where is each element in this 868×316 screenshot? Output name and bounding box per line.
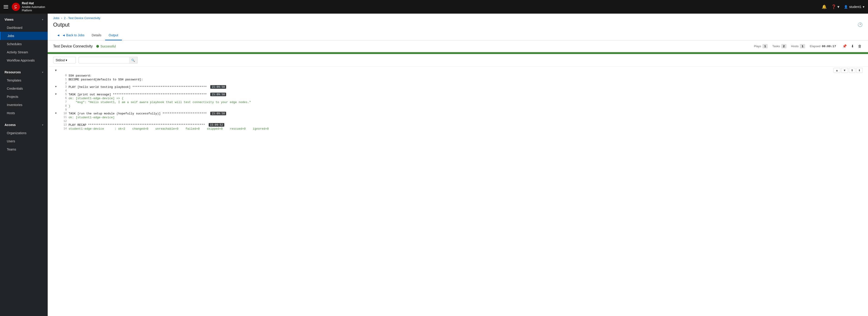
user-chevron-icon: ▾ [863,5,864,9]
sidebar-item-teams[interactable]: Teams [0,145,48,154]
log-output-table: 0SSH password:1BECOME password[defaults … [53,74,863,131]
sidebar-item-activity-stream[interactable]: Activity Stream [0,48,48,56]
log-line: ▼5TASK [print out message] *************… [53,93,863,96]
log-line: 7 "msg": "Hello student1, I am a self aw… [53,100,863,104]
hosts-value: 1 [800,44,805,49]
breadcrumb-current: 2 - Test Device Connectivity [64,17,100,20]
sidebar-item-organizations[interactable]: Organizations [0,129,48,137]
log-line: 13PLAY RECAP ***************************… [53,123,863,127]
log-line-toggle [53,123,59,127]
breadcrumb-jobs-link[interactable]: Jobs [53,17,59,20]
log-timestamp: 15:09:50 [210,93,226,96]
tab-back-to-jobs[interactable]: ◄ ◄ Back to Jobs [53,31,88,40]
log-line-toggle[interactable]: ▼ [53,85,59,89]
job-status-bar: Test Device Connectivity Successful Play… [48,40,868,52]
elapsed-label: Elapsed [810,44,820,48]
log-line-number: 0 [59,74,68,77]
brand-logo-area: Red Hat Ansible AutomationPlatform [12,1,45,12]
log-line-number: 9 [59,108,68,112]
sidebar-item-schedules[interactable]: Schedules [0,40,48,48]
log-line-toggle [53,89,59,93]
sidebar-item-templates[interactable]: Templates [0,76,48,85]
sidebar-section-access: Access ▾ Organizations Users Teams [0,119,48,155]
pin-button[interactable]: 📌 [841,43,848,49]
sidebar-access-header[interactable]: Access ▾ [0,121,48,129]
sidebar-item-projects[interactable]: Projects [0,93,48,101]
sidebar-item-users[interactable]: Users [0,137,48,145]
sidebar-views-header[interactable]: Views ▾ [0,15,48,24]
log-line-content: } [68,104,863,108]
sidebar-item-jobs[interactable]: Jobs [0,32,48,40]
log-line: ▼10TASK [run the setup module (hopefully… [53,112,863,116]
elapsed-value: 00:00:17 [822,44,836,48]
redhat-logo-icon [12,3,20,11]
download-button[interactable]: ⬇ [850,43,855,49]
log-line-content: PLAY [hello world testing playbook] ****… [68,85,863,89]
log-line-content: TASK [print out message] ***************… [68,93,863,96]
log-line: 6ok: [student1-edge-device] => { [53,96,863,100]
job-progress-bar [48,52,868,54]
top-navigation: Red Hat Ansible AutomationPlatform 🔔 ❓ ▾… [0,0,868,13]
delete-button[interactable]: 🗑 [857,43,863,49]
user-menu[interactable]: 👤 student1 ▾ [844,5,864,9]
sidebar-resources-header[interactable]: Resources ▾ [0,68,48,76]
log-line-content: ok: [student1-edge-device] [68,116,863,119]
notification-icon[interactable]: 🔔 [822,4,827,9]
tabs-bar: ◄ ◄ Back to Jobs Details Output [48,31,868,40]
log-line-number: 8 [59,104,68,108]
log-line-number: 2 [59,82,68,85]
log-line-number: 11 [59,116,68,119]
page-header: Output 🕐 [48,21,868,31]
log-line-toggle [53,127,59,131]
history-icon[interactable]: 🕐 [858,22,863,27]
log-line-toggle [53,104,59,108]
user-icon: 👤 [844,5,848,9]
log-line-toggle[interactable]: ▼ [53,93,59,96]
log-line: 11ok: [student1-edge-device] [53,116,863,119]
sidebar-item-workflow-approvals[interactable]: Workflow Approvals [0,56,48,64]
nav-down-button[interactable]: ▼ [841,68,848,73]
log-line-content: TASK [run the setup module (hopefully su… [68,112,863,116]
log-line-toggle [53,77,59,82]
log-line: 14student1-edge-device : ok=2 changed=0 … [53,127,863,131]
plays-value: 1 [763,44,768,49]
header-actions: 🕐 [858,22,863,27]
search-button[interactable]: 🔍 [129,57,137,64]
nav-top-button[interactable]: ⬆ [849,68,855,73]
collapse-all-button[interactable]: ▼ [53,68,59,72]
tab-output[interactable]: Output [105,31,122,40]
sidebar-item-credentials[interactable]: Credentials [0,85,48,93]
elapsed-meta: Elapsed 00:00:17 [810,44,836,48]
output-collapse-row: ▼ ▲ ▼ ⬆ ⬇ [53,66,863,74]
nav-up-button[interactable]: ▲ [834,68,840,73]
search-input[interactable] [79,57,137,64]
main-content: Jobs › 2 - Test Device Connectivity Outp… [48,13,868,316]
status-label: Successful [100,44,116,48]
tasks-value: 2 [781,44,786,49]
log-line-number: 1 [59,77,68,82]
log-line-content: student1-edge-device : ok=2 changed=0 un… [68,127,863,131]
sidebar-item-hosts[interactable]: Hosts [0,109,48,117]
tab-details[interactable]: Details [88,31,105,40]
svg-point-0 [12,3,20,11]
status-dot-icon [96,45,99,48]
sidebar-item-dashboard[interactable]: Dashboard [0,24,48,32]
stdout-label: Stdout [56,58,65,62]
search-wrap: 🔍 [79,57,137,64]
views-chevron-icon: ▾ [42,19,43,21]
stdout-chevron-icon: ▾ [66,58,67,62]
log-line-toggle [53,74,59,77]
log-line-toggle[interactable]: ▼ [53,112,59,116]
help-icon[interactable]: ❓ ▾ [831,4,839,9]
nav-bottom-button[interactable]: ⬇ [856,68,863,73]
stdout-dropdown[interactable]: Stdout ▾ [53,57,76,64]
log-timestamp: 15:09:52 [209,123,224,127]
log-line-content: SSH password: [68,74,863,77]
meta-actions: 📌 ⬇ 🗑 [841,43,863,49]
sidebar-item-inventories[interactable]: Inventories [0,101,48,109]
menu-toggle[interactable] [4,5,8,8]
log-line-toggle [53,100,59,104]
log-line-number: 4 [59,89,68,93]
job-meta: Plays 1 Tasks 2 Hosts 1 Elapsed 00:00:17 [754,44,836,49]
log-line-content: "msg": "Hello student1, I am a self awar… [68,100,863,104]
